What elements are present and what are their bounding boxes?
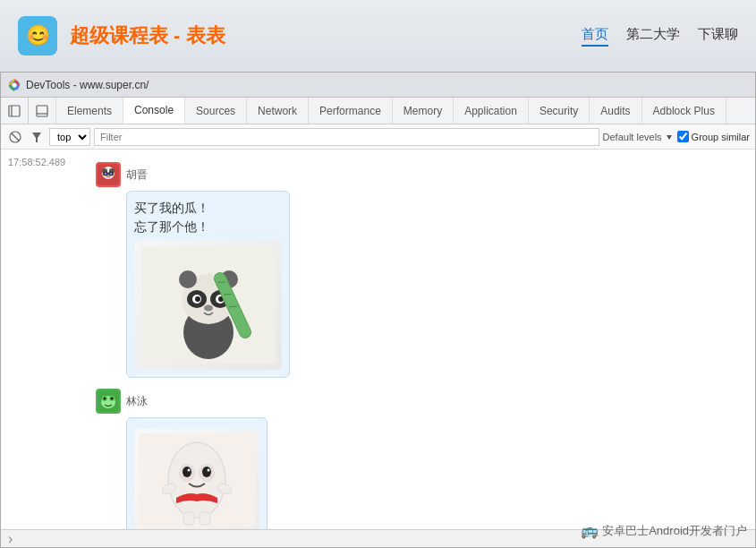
dock-icon[interactable] [29, 98, 56, 124]
panel-toggle-icon[interactable] [1, 98, 29, 124]
clear-console-button[interactable] [6, 128, 24, 146]
watermark-text: 安卓巴士Android开发者门户 [602, 523, 747, 539]
svg-rect-2 [9, 106, 20, 116]
devtools-tab-bar: Elements Console Sources Network Perform… [1, 98, 755, 124]
browser-nav: 首页 第二大学 下课聊 [582, 26, 738, 47]
svg-point-48 [188, 469, 191, 472]
nav-home[interactable]: 首页 [582, 26, 608, 47]
default-levels-label: Default levels [603, 132, 662, 142]
nav-university[interactable]: 第二大学 [626, 26, 680, 47]
log-timestamp: 17:58:52.489 [8, 155, 89, 529]
context-select[interactable]: top [49, 128, 90, 146]
tab-elements[interactable]: Elements [56, 98, 123, 124]
devtools-title: DevTools - www.super.cn/ [26, 79, 748, 91]
chrome-browser-icon [8, 79, 21, 91]
filter-input[interactable] [94, 128, 599, 146]
svg-marker-9 [667, 135, 672, 140]
app-title: 超级课程表 - 表表 [70, 22, 569, 49]
tab-console[interactable]: Console [123, 98, 185, 124]
tab-memory[interactable]: Memory [393, 98, 454, 124]
group-similar-option[interactable]: Group similar [677, 131, 750, 142]
log-content: 胡晋 买了我的瓜！忘了那个他！ [89, 155, 748, 529]
svg-rect-51 [200, 512, 210, 525]
svg-point-22 [179, 270, 197, 288]
watermark: 🚌 安卓巴士Android开发者门户 [581, 522, 747, 539]
group-similar-label: Group similar [692, 132, 750, 142]
log-levels-selector[interactable]: Default levels [603, 132, 674, 142]
chat-message-2: 林泳 [96, 389, 741, 529]
avatar-user-2 [96, 389, 121, 414]
devtools-titlebar: DevTools - www.super.cn/ [1, 73, 755, 98]
expand-icon[interactable]: › [8, 531, 13, 547]
svg-marker-8 [32, 133, 41, 142]
chevron-down-icon [665, 133, 674, 141]
tab-security[interactable]: Security [529, 98, 590, 124]
tab-performance[interactable]: Performance [309, 98, 393, 124]
devtools-window: DevTools - www.super.cn/ Elements [0, 72, 756, 548]
chat-bubble-2 [126, 417, 268, 529]
meme-image-1 [134, 240, 282, 370]
chat-user-2: 林泳 [96, 389, 741, 414]
nav-chat[interactable]: 下课聊 [698, 26, 738, 47]
svg-rect-4 [37, 106, 47, 116]
chat-bubble-1: 买了我的瓜！忘了那个他！ [126, 191, 290, 378]
svg-point-49 [208, 469, 210, 472]
app-logo: 😊 [18, 16, 57, 56]
chat-text-1: 买了我的瓜！忘了那个他！ [134, 199, 282, 236]
svg-point-43 [168, 442, 225, 518]
meme-image-2 [134, 429, 259, 529]
tab-network[interactable]: Network [247, 98, 309, 124]
filter-toggle-button[interactable] [28, 128, 46, 146]
svg-point-47 [202, 467, 211, 477]
browser-chrome: 😊 超级课程表 - 表表 首页 第二大学 下课聊 [0, 0, 756, 72]
tab-application[interactable]: Application [454, 98, 529, 124]
avatar-user-1 [96, 162, 121, 187]
svg-point-40 [104, 398, 106, 400]
svg-line-7 [12, 133, 19, 141]
svg-point-17 [110, 173, 112, 175]
console-toolbar: top Default levels Group similar [1, 124, 755, 150]
console-log-entry: 17:58:52.489 [1, 153, 755, 529]
svg-rect-50 [183, 512, 194, 525]
chat-area: 胡晋 买了我的瓜！忘了那个他！ [89, 155, 748, 529]
console-content: 17:58:52.489 [1, 150, 755, 529]
chat-user-1: 胡晋 [96, 162, 741, 187]
watermark-logo-icon: 🚌 [581, 522, 599, 539]
tab-audits[interactable]: Audits [590, 98, 641, 124]
svg-point-41 [111, 398, 114, 400]
page-wrapper: 😊 超级课程表 - 表表 首页 第二大学 下课聊 DevTools - www.… [0, 0, 756, 548]
chat-message-1: 胡晋 买了我的瓜！忘了那个他！ [96, 162, 741, 378]
svg-point-1 [12, 82, 16, 87]
svg-point-28 [195, 296, 200, 302]
svg-point-30 [204, 304, 213, 311]
svg-point-18 [106, 176, 111, 178]
tab-adblock[interactable]: Adblock Plus [642, 98, 726, 124]
svg-point-46 [183, 467, 191, 477]
svg-point-16 [105, 173, 106, 175]
group-similar-checkbox[interactable] [677, 131, 689, 142]
tab-sources[interactable]: Sources [185, 98, 247, 124]
